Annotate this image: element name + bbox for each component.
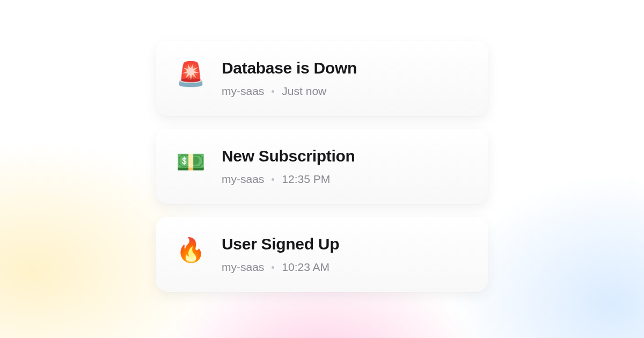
notification-time: 10:23 AM <box>282 261 330 274</box>
money-icon: 💵 <box>176 150 206 174</box>
notification-project: my-saas <box>222 173 264 186</box>
notification-body: User Signed Up my-saas 10:23 AM <box>222 235 339 274</box>
notification-card[interactable]: 🔥 User Signed Up my-saas 10:23 AM <box>156 217 488 292</box>
notification-meta: my-saas 12:35 PM <box>222 173 355 186</box>
fire-icon: 🔥 <box>176 238 206 262</box>
notification-title: New Subscription <box>222 147 355 165</box>
meta-separator <box>272 90 274 93</box>
notification-project: my-saas <box>222 261 264 274</box>
notification-body: New Subscription my-saas 12:35 PM <box>222 147 355 186</box>
meta-separator <box>272 266 274 269</box>
meta-separator <box>272 178 274 181</box>
notification-time: Just now <box>282 85 326 98</box>
notification-body: Database is Down my-saas Just now <box>222 59 357 98</box>
notification-project: my-saas <box>222 85 264 98</box>
notification-meta: my-saas 10:23 AM <box>222 261 339 274</box>
siren-icon: 🚨 <box>176 62 206 86</box>
notification-card[interactable]: 💵 New Subscription my-saas 12:35 PM <box>156 129 488 204</box>
notification-title: Database is Down <box>222 59 357 77</box>
notification-card[interactable]: 🚨 Database is Down my-saas Just now <box>156 41 488 116</box>
notification-meta: my-saas Just now <box>222 85 357 98</box>
notification-title: User Signed Up <box>222 235 339 253</box>
notification-feed: 🚨 Database is Down my-saas Just now 💵 Ne… <box>156 41 488 292</box>
notification-time: 12:35 PM <box>282 173 330 186</box>
